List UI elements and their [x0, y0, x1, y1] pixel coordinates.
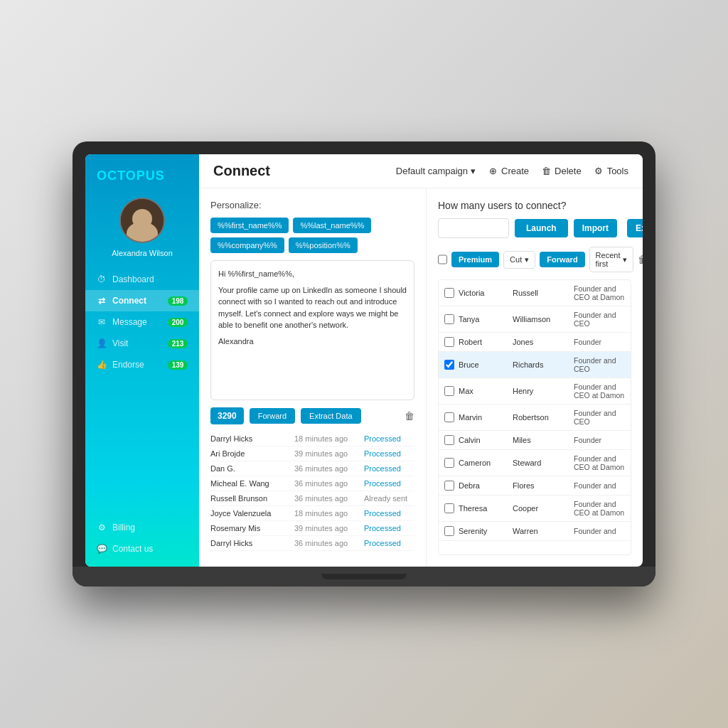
endorse-icon: 👍 — [97, 360, 107, 370]
main-content: Connect Default campaign ▾ ⊕ Create 🗑 D — [199, 154, 643, 567]
contact-first: Bruce — [459, 360, 508, 369]
sidebar-item-label: Dashboard — [112, 274, 154, 284]
laptop-screen: OCTOPUS Alexandra Wilson ⏱ Dashboard ⇄ C… — [85, 154, 643, 567]
log-item: Ari Brojde 39 minutes ago Processed — [210, 446, 414, 461]
row-checkbox[interactable] — [444, 386, 454, 396]
contact-last: Henry — [513, 387, 569, 395]
table-row: Victoria Russell Founder and CEO at Damo… — [439, 280, 631, 306]
chevron-down-icon: ▾ — [623, 255, 627, 264]
personalize-label: Personalize: — [210, 200, 414, 210]
tag-buttons: %%first_name%% %%last_name%% %%company%%… — [210, 218, 414, 253]
import-button[interactable]: Import — [574, 219, 617, 237]
launch-input[interactable] — [438, 218, 509, 238]
message-body: Your profile came up on LinkedIn as some… — [218, 284, 407, 331]
extract-data-button[interactable]: Extract Data — [301, 408, 361, 424]
sidebar-nav: ⏱ Dashboard ⇄ Connect 198 ✉ Message 200 — [85, 269, 199, 375]
row-checkbox[interactable] — [444, 360, 454, 370]
row-checkbox[interactable] — [444, 481, 454, 491]
contact-first: Robert — [459, 338, 508, 346]
log-name: Ari Brojde — [210, 449, 289, 458]
contact-first: Debra — [459, 481, 508, 490]
sidebar-username: Alexandra Wilson — [112, 249, 173, 257]
app-layout: OCTOPUS Alexandra Wilson ⏱ Dashboard ⇄ C… — [85, 154, 643, 567]
sidebar-bottom: ⚙ Billing 💬 Contact us — [85, 517, 199, 560]
log-status: Processed — [364, 539, 401, 547]
laptop-base — [73, 567, 655, 587]
create-button[interactable]: ⊕ Create — [487, 166, 529, 177]
premium-filter-button[interactable]: Premium — [451, 252, 499, 267]
log-item: Russell Brunson 36 minutes ago Already s… — [210, 491, 414, 506]
message-box[interactable]: Hi %%first_name%%, Your profile came up … — [210, 260, 414, 400]
logo-text: OCTOPUS — [97, 168, 165, 183]
sidebar-item-contact[interactable]: 💬 Contact us — [85, 538, 199, 560]
filter-row: Premium Cut ▾ Forward Recent first ▾ 🗑 — [438, 247, 631, 272]
contact-title: Founder and CEO at Damon — [574, 454, 625, 471]
company-tag[interactable]: %%company%% — [210, 237, 284, 253]
log-name: Dan G. — [210, 464, 289, 473]
delete-button[interactable]: 🗑 Delete — [540, 166, 582, 177]
header-actions: Default campaign ▾ ⊕ Create 🗑 Delete — [396, 166, 628, 177]
contact-last: Russell — [513, 289, 569, 297]
log-time: 36 minutes ago — [294, 494, 358, 503]
sidebar-item-endorse[interactable]: 👍 Endorse 139 — [85, 354, 199, 375]
export-button[interactable]: Export — [627, 219, 643, 237]
tools-label: Tools — [607, 166, 628, 176]
row-checkbox[interactable] — [444, 435, 454, 445]
row-checkbox[interactable] — [444, 288, 454, 298]
sidebar-item-message[interactable]: ✉ Message 200 — [85, 311, 199, 333]
visit-badge: 213 — [168, 339, 188, 348]
log-item: Micheal E. Wang 36 minutes ago Processed — [210, 476, 414, 491]
sidebar-item-connect[interactable]: ⇄ Connect 198 — [85, 290, 199, 311]
row-checkbox[interactable] — [444, 314, 454, 324]
log-item: Darryl Hicks 36 minutes ago Processed — [210, 536, 414, 551]
launch-button[interactable]: Launch — [515, 219, 568, 237]
log-time: 36 minutes ago — [294, 539, 358, 547]
table-row: Robert Jones Founder — [439, 333, 631, 352]
sidebar-item-visit[interactable]: 👤 Visit 213 — [85, 333, 199, 354]
log-name: Darryl Hicks — [210, 434, 289, 443]
log-list: Darryl Hicks 18 minutes ago Processed Ar… — [210, 432, 414, 556]
table-row: Cameron Steward Founder and CEO at Damon — [439, 450, 631, 476]
right-panel: How many users to connect? Launch Import… — [427, 188, 643, 567]
log-item: Darryl Hicks 18 minutes ago Processed — [210, 432, 414, 446]
sidebar-item-label: Contact us — [112, 544, 153, 554]
first-name-tag[interactable]: %%first_name%% — [210, 218, 289, 233]
campaign-dropdown[interactable]: Default campaign ▾ — [396, 166, 476, 176]
row-checkbox[interactable] — [444, 503, 454, 513]
contact-last: Warren — [513, 527, 569, 535]
forward-filter-button[interactable]: Forward — [540, 252, 584, 267]
cut-dropdown[interactable]: Cut ▾ — [503, 251, 535, 269]
position-tag[interactable]: %%position%% — [289, 237, 358, 253]
campaign-label: Default campaign — [396, 166, 468, 176]
sidebar-item-label: Connect — [112, 296, 146, 306]
select-all-checkbox[interactable] — [438, 255, 447, 264]
forward-button[interactable]: Forward — [250, 408, 295, 424]
delete-message-button[interactable]: 🗑 — [405, 410, 414, 422]
delete-contacts-button[interactable]: 🗑 — [638, 254, 643, 265]
sort-dropdown[interactable]: Recent first ▾ — [589, 247, 634, 272]
row-checkbox[interactable] — [444, 526, 454, 536]
tools-button[interactable]: ⚙ Tools — [593, 166, 628, 177]
sidebar-item-billing[interactable]: ⚙ Billing — [85, 517, 199, 538]
contact-last: Cooper — [513, 504, 569, 513]
visit-icon: 👤 — [97, 338, 107, 348]
contact-last: Flores — [513, 481, 569, 490]
contact-first: Cameron — [459, 459, 508, 467]
row-checkbox[interactable] — [444, 412, 454, 422]
table-row: Bruce Richards Founder and CEO — [439, 352, 631, 378]
connect-icon: ⇄ — [97, 296, 107, 306]
row-checkbox[interactable] — [444, 458, 454, 468]
log-status: Processed — [364, 509, 401, 518]
sidebar-item-dashboard[interactable]: ⏱ Dashboard — [85, 269, 199, 290]
log-name: Joyce Valenzuela — [210, 509, 289, 518]
last-name-tag[interactable]: %%last_name%% — [293, 218, 371, 233]
contact-first: Victoria — [459, 289, 508, 297]
contact-first: Calvin — [459, 436, 508, 444]
contact-last: Robertson — [513, 413, 569, 422]
contact-last: Miles — [513, 436, 569, 444]
log-time: 18 minutes ago — [294, 509, 358, 518]
row-checkbox[interactable] — [444, 337, 454, 347]
contact-title: Founder — [574, 338, 625, 346]
message-badge: 200 — [168, 318, 188, 327]
table-row: Theresa Cooper Founder and CEO at Damon — [439, 496, 631, 522]
